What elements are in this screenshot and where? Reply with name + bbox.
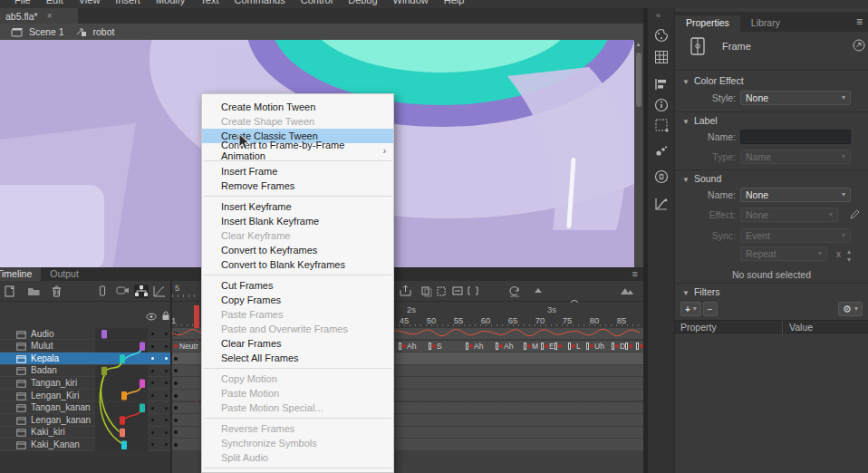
- context-item-label: Select All Frames: [221, 352, 299, 363]
- context-item-create-motion-tween[interactable]: Create Motion Tween: [202, 100, 393, 114]
- scrollbar-thumb[interactable]: [636, 53, 641, 107]
- context-item-copy-motion[interactable]: Copy Motion: [202, 372, 393, 386]
- breadcrumb-symbol[interactable]: robot: [93, 26, 115, 37]
- filters-table-header: Property Value: [675, 320, 868, 333]
- context-item-label: Create Shape Tween: [221, 116, 314, 127]
- menubar-item-view[interactable]: View: [79, 0, 101, 5]
- chevron-down-icon: ▾: [818, 250, 822, 257]
- object-type-label: Frame: [722, 41, 751, 52]
- align-panel-icon[interactable]: [654, 77, 669, 92]
- menubar-item-file[interactable]: File: [14, 0, 31, 5]
- repeat-stepper[interactable]: ▴▾: [847, 247, 851, 264]
- frame-context-menu: Create Motion TweenCreate Shape TweenCre…: [201, 93, 394, 473]
- document-tab[interactable]: ab5.fla* ×: [0, 8, 78, 24]
- menubar-item-window[interactable]: Window: [393, 0, 429, 5]
- particles-panel-icon[interactable]: [654, 144, 669, 159]
- edit-sound-pencil-icon[interactable]: [849, 208, 861, 222]
- sound-name-select[interactable]: None ▾: [740, 188, 851, 202]
- menubar-item-edit[interactable]: Edit: [46, 0, 63, 5]
- label-type-value: Name: [746, 151, 771, 162]
- divider: [675, 169, 868, 170]
- context-item-paste-and-overwrite-frames[interactable]: Paste and Overwrite Frames: [202, 322, 393, 336]
- chevron-down-icon: ▾: [842, 232, 845, 239]
- label-name-input[interactable]: [740, 130, 851, 144]
- context-item-split-audio[interactable]: Split Audio: [202, 450, 393, 465]
- context-item-cut-frames[interactable]: Cut Frames: [202, 278, 393, 293]
- context-item-label: Reverse Frames: [221, 423, 294, 434]
- frame-icon: [688, 35, 708, 59]
- add-filter-button[interactable]: + ▾: [680, 302, 701, 316]
- color-panel-icon[interactable]: [654, 28, 669, 43]
- document-title: ab5.fla*: [5, 11, 38, 22]
- divider: [675, 111, 868, 112]
- menubar-item-help[interactable]: Help: [444, 0, 465, 5]
- filter-options-button[interactable]: ⚙ ▾: [838, 302, 863, 316]
- context-item-select-all-frames[interactable]: Select All Frames: [202, 351, 393, 365]
- sound-effect-value: None: [746, 209, 768, 220]
- context-item-paste-motion-special[interactable]: Paste Motion Special...: [202, 401, 393, 415]
- close-tab-icon[interactable]: ×: [47, 11, 53, 21]
- info-panel-icon[interactable]: [654, 98, 669, 112]
- section-sound[interactable]: ▼Sound: [682, 173, 721, 184]
- menubar-item-insert[interactable]: Insert: [115, 0, 140, 5]
- motion-editor-panel-icon[interactable]: [654, 197, 669, 211]
- properties-tab-library[interactable]: Library: [740, 15, 791, 32]
- animate-window: FileEditViewInsertModifyTextCommandsCont…: [0, 0, 868, 473]
- context-item-paste-frames[interactable]: Paste Frames: [202, 307, 393, 322]
- menubar-item-debug[interactable]: Debug: [348, 0, 377, 5]
- tab-bar-empty: [78, 8, 643, 24]
- sound-effect-select[interactable]: None ▾: [740, 208, 838, 222]
- collapse-panels-icon[interactable]: «: [656, 11, 661, 20]
- context-item-label: Copy Frames: [221, 294, 281, 305]
- minus-icon: −: [708, 304, 713, 314]
- breadcrumb-scene[interactable]: Scene 1: [29, 26, 64, 37]
- context-item-convert-to-blank-keyframes[interactable]: Convert to Blank Keyframes: [202, 257, 393, 272]
- menu-separator: [204, 368, 391, 369]
- properties-panel-menu-icon[interactable]: ≡: [856, 15, 863, 28]
- context-item-convert-to-frame-by-frame-animation[interactable]: Convert to Frame-by-Frame Animation›: [202, 143, 393, 158]
- sound-name-value: None: [746, 189, 768, 200]
- section-color-effect[interactable]: ▼Color Effect: [682, 75, 744, 86]
- properties-tab-properties[interactable]: Properties: [675, 15, 740, 32]
- menubar-item-control[interactable]: Control: [301, 0, 333, 5]
- style-select[interactable]: None ▾: [740, 91, 851, 105]
- context-item-remove-frames[interactable]: Remove Frames: [202, 179, 393, 193]
- menu-separator: [204, 196, 391, 197]
- scene-clapper-icon[interactable]: [11, 27, 24, 37]
- context-item-clear-frames[interactable]: Clear Frames: [202, 336, 393, 351]
- context-item-clear-keyframe[interactable]: Clear Keyframe: [202, 228, 393, 243]
- context-item-insert-frame[interactable]: Insert Frame: [202, 164, 393, 179]
- section-label[interactable]: ▼Label: [682, 115, 718, 126]
- transform-panel-icon[interactable]: [654, 118, 669, 132]
- context-item-label: Insert Frame: [221, 166, 277, 177]
- sound-sync-select[interactable]: Event ▾: [740, 228, 851, 243]
- menubar: FileEditViewInsertModifyTextCommandsCont…: [0, 0, 868, 8]
- circle-arrow-icon[interactable]: [853, 39, 865, 53]
- sound-sync-value: Event: [746, 230, 770, 241]
- sound-repeat-select[interactable]: Repeat ▾: [740, 246, 827, 261]
- scroll-up-icon[interactable]: ▲: [635, 41, 641, 47]
- swatches-panel-icon[interactable]: [654, 50, 669, 64]
- context-item-paste-motion[interactable]: Paste Motion: [202, 386, 393, 401]
- cc-libraries-panel-icon[interactable]: [654, 169, 669, 184]
- context-item-insert-blank-keyframe[interactable]: Insert Blank Keyframe: [202, 214, 393, 228]
- triangle-down-icon: ▼: [682, 78, 690, 86]
- remove-filter-button[interactable]: −: [703, 302, 718, 316]
- context-item-reverse-frames[interactable]: Reverse Frames: [202, 421, 393, 436]
- properties-panel: PropertiesLibrary ≡ Frame ▼Color Effect …: [675, 8, 868, 473]
- edit-bar: Scene 1 robot: [0, 24, 643, 40]
- menubar-item-commands[interactable]: Commands: [234, 0, 285, 5]
- context-item-copy-frames[interactable]: Copy Frames: [202, 293, 393, 307]
- menubar-item-text[interactable]: Text: [200, 0, 218, 5]
- context-item-label: Insert Blank Keyframe: [221, 216, 319, 227]
- menubar-item-modify[interactable]: Modify: [156, 0, 185, 5]
- context-item-convert-to-keyframes[interactable]: Convert to Keyframes: [202, 243, 393, 257]
- canvas-scrollbar[interactable]: ▲: [634, 40, 643, 267]
- properties-tabs: PropertiesLibrary: [675, 12, 868, 32]
- context-item-insert-keyframe[interactable]: Insert Keyframe: [202, 199, 393, 214]
- section-filters[interactable]: ▼Filters: [682, 286, 720, 297]
- context-item-synchronize-symbols[interactable]: Synchronize Symbols: [202, 436, 393, 450]
- label-type-select[interactable]: Name ▾: [740, 150, 851, 164]
- chevron-down-icon: ▾: [842, 153, 845, 160]
- context-item-create-shape-tween[interactable]: Create Shape Tween: [202, 114, 393, 129]
